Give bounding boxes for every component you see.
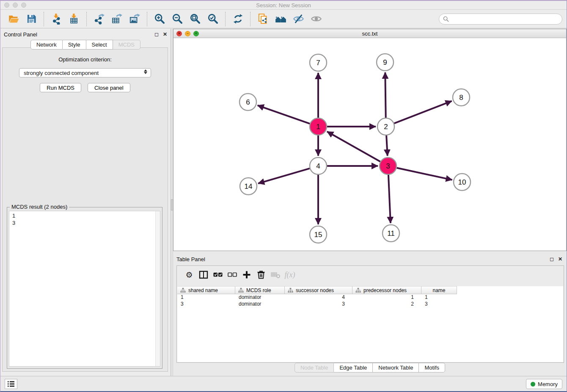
- refresh-view-icon[interactable]: [231, 13, 244, 25]
- mcds-result-text[interactable]: 1 3: [9, 211, 160, 367]
- zoom-selected-icon[interactable]: [206, 13, 219, 25]
- graph-node-3[interactable]: 3: [380, 157, 396, 174]
- float-panel-icon[interactable]: ◻: [154, 32, 159, 37]
- column-header-MCDS-role[interactable]: MCDS role: [235, 286, 285, 294]
- export-network-icon[interactable]: [93, 13, 105, 25]
- zoom-fit-icon[interactable]: [189, 13, 201, 25]
- import-network-icon[interactable]: [50, 13, 63, 25]
- duplicate-network-icon[interactable]: [256, 13, 269, 25]
- tab-edge-table[interactable]: Edge Table: [334, 363, 373, 373]
- network-window-titlebar[interactable]: scc.txt ✕ − +: [173, 29, 566, 38]
- tab-style[interactable]: Style: [63, 40, 86, 50]
- show-graphics-icon[interactable]: [310, 13, 322, 25]
- namespace-icon: [180, 288, 186, 293]
- cell-shared-name[interactable]: 3: [177, 301, 235, 308]
- network-maximize-icon[interactable]: +: [193, 31, 199, 36]
- toolbar-separator: [86, 12, 87, 26]
- column-header-predecessor-nodes[interactable]: predecessor nodes: [352, 286, 421, 294]
- namespace-icon: [238, 288, 244, 293]
- result-scrollbar[interactable]: [155, 211, 160, 366]
- cell-name[interactable]: 1: [421, 294, 457, 301]
- graph-node-9[interactable]: 9: [377, 54, 394, 71]
- graph-node-1[interactable]: 1: [310, 118, 327, 135]
- graph-node-7[interactable]: 7: [310, 54, 327, 71]
- add-column-icon[interactable]: [239, 268, 254, 281]
- task-history-button[interactable]: [5, 379, 17, 389]
- namespace-icon: [288, 288, 293, 293]
- table-row[interactable]: 3dominator323: [177, 301, 563, 308]
- graph-node-14[interactable]: 14: [240, 178, 257, 195]
- export-image-icon[interactable]: [128, 13, 141, 25]
- edge-3-11[interactable]: [388, 175, 391, 223]
- column-header-shared-name[interactable]: shared name: [177, 286, 235, 294]
- zoom-out-icon[interactable]: [171, 13, 184, 25]
- close-panel-icon[interactable]: ✕: [163, 32, 167, 37]
- cell-successor-nodes[interactable]: 4: [285, 294, 352, 301]
- graph-node-6[interactable]: 6: [239, 94, 256, 110]
- cell-successor-nodes[interactable]: 3: [285, 301, 352, 308]
- mcds-result-box: MCDS result (2 nodes) 1 3: [7, 207, 162, 369]
- network-minimize-icon[interactable]: −: [185, 31, 190, 36]
- tab-select[interactable]: Select: [86, 40, 113, 50]
- hide-graphics-icon[interactable]: [292, 13, 305, 25]
- graph-node-11[interactable]: 11: [383, 225, 399, 242]
- graph-node-4[interactable]: 4: [310, 157, 327, 174]
- cell-MCDS-role[interactable]: dominator: [235, 301, 285, 308]
- cell-MCDS-role[interactable]: dominator: [235, 294, 285, 301]
- delete-column-icon[interactable]: [254, 268, 268, 281]
- graph-node-8[interactable]: 8: [453, 89, 470, 106]
- tab-mcds[interactable]: MCDS: [113, 40, 140, 50]
- delete-table-icon: [268, 268, 283, 281]
- svg-text:2: 2: [384, 123, 388, 131]
- tab-network-table[interactable]: Network Table: [373, 363, 419, 373]
- graph-node-15[interactable]: 15: [310, 226, 327, 243]
- graph-node-10[interactable]: 10: [454, 174, 471, 190]
- cell-predecessor-nodes[interactable]: 1: [352, 294, 421, 301]
- deselect-all-icon[interactable]: [225, 268, 239, 281]
- close-panel-button[interactable]: Close panel: [88, 83, 130, 92]
- open-session-icon[interactable]: [7, 13, 20, 25]
- toolbar-separator: [225, 12, 226, 26]
- cell-shared-name[interactable]: 1: [177, 294, 235, 301]
- tab-network[interactable]: Network: [30, 40, 63, 50]
- home-layout-icon[interactable]: [274, 13, 287, 25]
- control-panel-title: Control Panel: [4, 31, 150, 38]
- table-row[interactable]: 1dominator411: [177, 294, 563, 301]
- run-mcds-button[interactable]: Run MCDS: [40, 83, 81, 92]
- svg-text:9: 9: [383, 58, 387, 66]
- network-canvas[interactable]: 7968124314101511: [173, 38, 566, 251]
- tab-node-table[interactable]: Node Table: [295, 363, 334, 373]
- select-all-icon[interactable]: [211, 268, 225, 281]
- mcds-result-title: MCDS result (2 nodes): [10, 204, 69, 210]
- tab-motifs[interactable]: Motifs: [419, 363, 445, 373]
- zoom-in-icon[interactable]: [153, 13, 166, 25]
- edge-4-14[interactable]: [258, 168, 310, 183]
- edge-3-10[interactable]: [397, 168, 452, 179]
- edge-2-9[interactable]: [385, 72, 385, 118]
- gear-icon[interactable]: ⚙: [182, 268, 196, 281]
- save-session-icon[interactable]: [25, 13, 38, 25]
- split-view-icon[interactable]: [196, 268, 211, 281]
- edge-1-6[interactable]: [258, 105, 310, 124]
- table-float-panel-icon[interactable]: ◻: [550, 257, 554, 262]
- cell-predecessor-nodes[interactable]: 2: [352, 301, 421, 308]
- network-close-icon[interactable]: ✕: [176, 31, 182, 36]
- edge-2-8[interactable]: [394, 101, 452, 124]
- edge-2-3[interactable]: [386, 135, 388, 156]
- search-input[interactable]: [451, 15, 562, 23]
- export-table-icon[interactable]: [110, 13, 123, 25]
- graph-node-2[interactable]: 2: [377, 118, 394, 135]
- memory-status-icon: [531, 382, 535, 386]
- cell-name[interactable]: 3: [421, 301, 457, 308]
- import-table-icon[interactable]: [68, 13, 80, 25]
- table-close-panel-icon[interactable]: ✕: [558, 257, 562, 262]
- optimization-criterion-select[interactable]: strongly connected component: [19, 68, 151, 77]
- column-header-successor-nodes[interactable]: successor nodes: [285, 286, 352, 294]
- svg-text:14: 14: [245, 182, 253, 190]
- column-header-name[interactable]: name: [421, 286, 457, 294]
- mcds-tab-content: Optimization criterion: strongly connect…: [2, 47, 168, 372]
- memory-button[interactable]: Memory: [526, 379, 562, 389]
- edge-3-1[interactable]: [327, 132, 380, 162]
- search-box[interactable]: [439, 14, 562, 25]
- main-toolbar: [0, 10, 567, 28]
